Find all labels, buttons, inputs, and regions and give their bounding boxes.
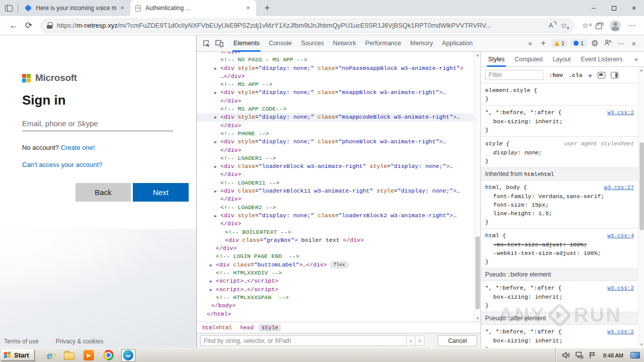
- style-rule[interactable]: *, *:before, *:after {w3.css:2box-sizing…: [481, 281, 638, 312]
- new-tab-button[interactable]: +: [260, 1, 274, 15]
- element-classes-button[interactable]: .cls: [569, 72, 583, 78]
- code-line[interactable]: ▶<div style="display: none;" class="load…: [197, 212, 473, 220]
- cant-access-link[interactable]: Can't access your account?: [22, 161, 102, 168]
- code-line[interactable]: <!-- LOADER11 -->: [197, 179, 473, 187]
- code-line[interactable]: ▶<div style="display: none;" class="noPa…: [197, 64, 473, 72]
- code-line[interactable]: <!-- MS APP CODE-->: [197, 105, 473, 113]
- vm-tray-icon[interactable]: [630, 352, 640, 358]
- code-line[interactable]: ▶<div style="display: none;" class="phon…: [197, 138, 473, 146]
- window-close-button[interactable]: ×: [624, 0, 644, 16]
- more-tabs-button[interactable]: »: [525, 39, 535, 47]
- devtools-tab-application[interactable]: Application: [437, 35, 477, 52]
- device-toolbar-button[interactable]: [213, 37, 226, 50]
- devtools-tab-console[interactable]: Console: [264, 35, 296, 52]
- expand-arrow-icon[interactable]: ▶: [210, 278, 212, 286]
- devtools-tab-elements[interactable]: Elements: [229, 35, 264, 52]
- add-favorite-button[interactable]: ☆+: [560, 22, 567, 29]
- rendering-emulation-icon[interactable]: [598, 72, 605, 78]
- signin-back-button[interactable]: Back: [75, 183, 131, 202]
- devtools-close-button[interactable]: ×: [629, 39, 639, 48]
- code-line[interactable]: ▶<div style="display: none;" class="msap…: [197, 113, 473, 121]
- devtools-tab-sources[interactable]: Sources: [296, 35, 329, 52]
- browser-menu-button[interactable]: ⋯: [628, 21, 636, 30]
- internet-explorer-taskbar-button[interactable]: e: [43, 349, 57, 361]
- code-line[interactable]: <div class="grayBox"> boiler text </div>: [197, 236, 473, 244]
- css-property[interactable]: font-size: 15px;: [485, 201, 634, 209]
- code-line[interactable]: ▶<div style="display: none;" class="msap…: [197, 88, 473, 97]
- stylesheet-source-link[interactable]: w3.css:2: [607, 109, 634, 117]
- code-line[interactable]: </div>: [197, 97, 473, 105]
- scroll-up-button[interactable]: ▲: [474, 53, 480, 57]
- css-property[interactable]: display: none;: [485, 148, 634, 157]
- sidebar-more-tabs-button[interactable]: »: [634, 55, 642, 63]
- toggle-element-state-button[interactable]: :hov: [549, 72, 563, 78]
- code-line[interactable]: </div>: [197, 122, 473, 130]
- find-input[interactable]: [200, 335, 407, 346]
- scrollbar-thumb[interactable]: [639, 142, 644, 230]
- privacy-link[interactable]: Privacy & cookies: [56, 338, 104, 345]
- back-button[interactable]: ←: [6, 19, 21, 33]
- scrollbar-thumb[interactable]: [475, 236, 480, 309]
- tab-close-button[interactable]: ×: [244, 4, 252, 12]
- css-property[interactable]: -ms-text-size-adjust: 100%;: [485, 240, 634, 249]
- style-rule[interactable]: html, body {w3.css:27font-family: Verdan…: [481, 180, 638, 229]
- breadcrumb-item[interactable]: html#html: [200, 324, 234, 331]
- computed-sidebar-icon[interactable]: [611, 72, 618, 78]
- css-property[interactable]: box-sizing: inherit;: [485, 336, 634, 345]
- css-property[interactable]: box-sizing: inherit;: [485, 117, 634, 126]
- favorites-button[interactable]: ☆≡: [582, 22, 589, 29]
- code-line[interactable]: </div>: [197, 146, 473, 154]
- code-line[interactable]: ▶<div class="buttomLabel">…</div>flex: [197, 261, 473, 269]
- url-text[interactable]: https://m-netresp.xyz/m/?cmFuZDE9T1d0clI…: [57, 22, 544, 29]
- code-line[interactable]: <!-- LOGIN PAGE END -->: [197, 252, 473, 260]
- code-line[interactable]: </div>: [197, 170, 473, 178]
- inspect-element-button[interactable]: [200, 37, 213, 50]
- expand-arrow-icon[interactable]: ▶: [214, 89, 217, 97]
- media-player-taskbar-button[interactable]: ▶: [82, 349, 96, 361]
- expand-arrow-icon[interactable]: ▶: [214, 65, 217, 73]
- scroll-down-button[interactable]: ▼: [474, 316, 480, 321]
- css-property[interactable]: font-family: Verdana,sans-serif;: [485, 192, 634, 201]
- code-line[interactable]: …</div>: [197, 72, 473, 80]
- network-button[interactable]: [575, 351, 584, 359]
- window-maximize-button[interactable]: [604, 0, 624, 16]
- browser-tab[interactable]: Here is your incoming voice m×: [21, 0, 130, 16]
- elements-scrollbar[interactable]: ▲ ▼: [474, 52, 480, 322]
- warnings-badge[interactable]: 1: [551, 39, 568, 47]
- expand-arrow-icon[interactable]: ▶: [210, 286, 212, 294]
- action-center-button[interactable]: [589, 351, 596, 359]
- code-line[interactable]: </div>: [197, 220, 473, 228]
- create-one-link[interactable]: Create one!: [61, 144, 95, 151]
- code-line[interactable]: ▶<div class="loaderxBlock11 w3-animate-r…: [197, 187, 473, 195]
- volume-button[interactable]: [562, 351, 570, 359]
- breadcrumb-item[interactable]: style: [259, 324, 281, 331]
- stylesheet-source-link[interactable]: w3.css:2: [607, 328, 634, 336]
- window-minimize-button[interactable]: ─: [584, 0, 604, 16]
- start-button[interactable]: Start: [1, 349, 35, 361]
- flex-badge[interactable]: flex: [330, 261, 349, 268]
- expand-arrow-icon[interactable]: ▶: [214, 163, 217, 171]
- stylesheet-source-link[interactable]: w3.css:4: [607, 232, 634, 240]
- expand-arrow-icon[interactable]: ▶: [214, 114, 217, 122]
- style-rule[interactable]: html {w3.css:4-ms-text-size-adjust: 100%…: [481, 229, 638, 268]
- style-rule[interactable]: style {user agent stylesheetdisplay: non…: [481, 137, 638, 168]
- code-line[interactable]: <!-- NO PASS - MS APP -->: [197, 56, 473, 64]
- devtools-tab-network[interactable]: Network: [329, 35, 361, 52]
- breadcrumb-item[interactable]: head: [237, 324, 256, 331]
- code-line[interactable]: </body>: [197, 302, 473, 310]
- code-line[interactable]: </div>: [197, 244, 473, 252]
- refresh-button[interactable]: ⟳: [21, 19, 36, 33]
- collections-button[interactable]: [596, 23, 603, 29]
- terms-link[interactable]: Terms of use: [4, 338, 39, 345]
- file-explorer-taskbar-button[interactable]: [62, 349, 76, 361]
- tab-close-button[interactable]: ×: [118, 4, 126, 12]
- code-line[interactable]: ▶<script>…</script>: [197, 286, 473, 294]
- style-rule[interactable]: *, *:before, *:after {w3.css:2box-sizing…: [481, 325, 638, 348]
- stylesheet-source-link[interactable]: w3.css:2: [607, 284, 634, 293]
- chrome-taskbar-button[interactable]: [102, 349, 116, 361]
- code-line[interactable]: <!-- HTMLXXXSPAN -->: [197, 294, 473, 302]
- expand-arrow-icon[interactable]: ▶: [214, 138, 217, 146]
- add-tools-button[interactable]: +: [538, 38, 548, 48]
- clock[interactable]: 8:48 AM: [603, 352, 623, 358]
- devtools-tab-memory[interactable]: Memory: [406, 35, 437, 52]
